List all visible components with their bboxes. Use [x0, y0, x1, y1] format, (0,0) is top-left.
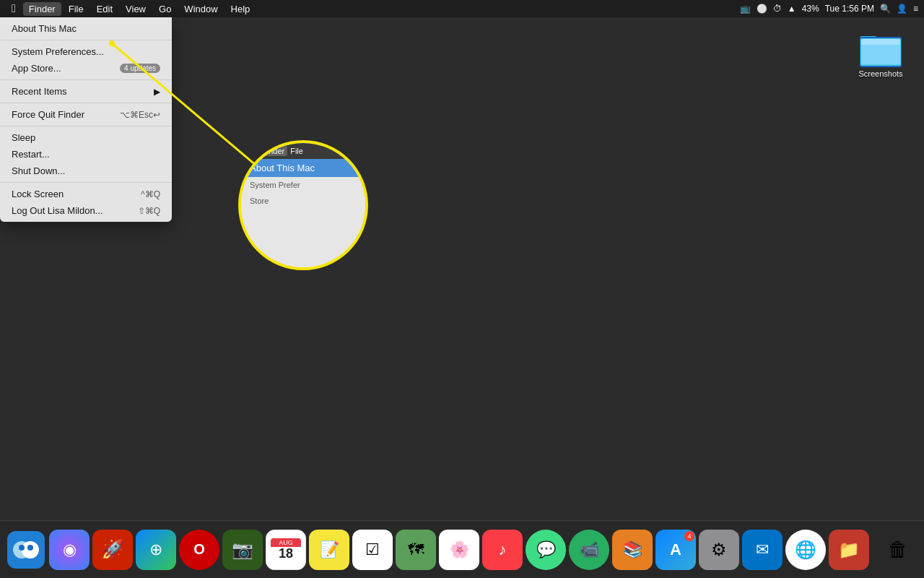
dock-calendar[interactable]: AUG 18 [266, 530, 306, 570]
menu-separator-1 [0, 40, 172, 40]
menu-about-this-mac[interactable]: About This Mac [0, 20, 172, 37]
svg-rect-4 [861, 39, 900, 45]
menubar-go[interactable]: Go [153, 2, 177, 16]
dock-system-preferences[interactable]: ⚙ [699, 530, 739, 570]
dock-reminders[interactable]: ☑ [352, 530, 393, 570]
dock-appstore[interactable]: A 4 [655, 530, 696, 570]
dock-photos[interactable]: 🌸 [439, 530, 479, 570]
airplay-icon[interactable]: 📺 [740, 4, 751, 14]
search-icon[interactable]: 🔍 [880, 4, 891, 14]
lock-screen-label: Lock Screen [12, 189, 64, 199]
zoom-apple-menu-part: About This Mac System Prefer Store [241, 159, 365, 267]
menu-lock-screen[interactable]: Lock Screen ^⌘Q [0, 186, 172, 202]
dock-finder[interactable] [6, 530, 46, 570]
app-store-badge: 4 updates [120, 64, 160, 73]
menu-force-quit[interactable]: Force Quit Finder ⌥⌘Esc↩ [0, 106, 172, 123]
dock-messages[interactable]: 💬 [526, 530, 566, 570]
dock: ◉ 🚀 ⊕ O 📷 AUG 18 📝 ☑ 🗺 🌸 ♪ 💬 [0, 520, 924, 578]
dock-safari[interactable]: ⊕ [136, 530, 176, 570]
dock-notes[interactable]: 📝 [309, 530, 349, 570]
zoom-system-prefer: System Prefer [241, 177, 365, 193]
zoom-magnification-circle: 🍎 Finder File About This Mac System Pref… [238, 140, 368, 270]
zoom-finder-label: Finder [259, 146, 287, 156]
dock-launchpad[interactable]: 🚀 [92, 530, 133, 570]
menubar-file[interactable]: File [63, 2, 90, 16]
menubar-finder[interactable]: Finder [23, 2, 61, 16]
clock: Tue 1:56 PM [825, 4, 874, 14]
zoom-store: Store [241, 193, 365, 209]
menubar-edit[interactable]: Edit [91, 2, 118, 16]
menu-app-store[interactable]: App Store... 4 updates [0, 60, 172, 77]
menubar-right: 📺 ⚪ ⏱ ▲ 43% Tue 1:56 PM 🔍 👤 ≡ [740, 4, 918, 14]
force-quit-shortcut: ⌥⌘Esc↩ [120, 110, 160, 120]
sleep-label: Sleep [12, 132, 35, 143]
menu-sleep[interactable]: Sleep [0, 129, 172, 146]
menubar-left:  Finder File Edit View Go Window Help [6, 2, 256, 16]
app-store-label: App Store... [12, 63, 61, 74]
dock-outlook[interactable]: ✉ [742, 530, 783, 570]
apple-menu-button[interactable]:  [6, 2, 22, 15]
menu-log-out[interactable]: Log Out Lisa Mildon... ⇧⌘Q [0, 202, 172, 219]
avatar-icon[interactable]: 👤 [897, 4, 907, 14]
menu-system-preferences[interactable]: System Preferences... [0, 43, 172, 60]
menu-separator-2 [0, 79, 172, 80]
shut-down-label: Shut Down... [12, 165, 65, 176]
menu-recent-items[interactable]: Recent Items ▶ [0, 83, 172, 100]
zoom-about-this-mac: About This Mac [241, 159, 365, 177]
zoom-content: 🍎 Finder File About This Mac System Pref… [241, 143, 365, 267]
zoom-file-label: File [290, 147, 303, 155]
menu-separator-4 [0, 126, 172, 126]
log-out-shortcut: ⇧⌘Q [138, 206, 160, 216]
recent-items-label: Recent Items [12, 86, 67, 97]
restart-label: Restart... [12, 149, 50, 160]
dock-books[interactable]: 📚 [612, 530, 653, 570]
menubar-help[interactable]: Help [225, 2, 256, 16]
battery-indicator: 43% [802, 4, 819, 14]
dock-opera[interactable]: O [179, 530, 219, 570]
timemachine-icon[interactable]: ⏱ [773, 4, 782, 14]
dock-chrome[interactable]: 🌐 [785, 530, 826, 570]
wifi-icon[interactable]: ▲ [788, 4, 796, 14]
force-quit-label: Force Quit Finder [12, 109, 84, 120]
folder-icon [860, 32, 902, 68]
menu-separator-5 [0, 182, 172, 183]
dock-maps[interactable]: 🗺 [396, 530, 436, 570]
about-this-mac-label: About This Mac [12, 23, 77, 34]
dock-photobooth[interactable]: 📷 [222, 530, 263, 570]
svg-point-12 [27, 545, 33, 551]
dock-siri[interactable]: ◉ [49, 530, 90, 570]
folder-label: Screenshots [858, 69, 902, 78]
menubar:  Finder File Edit View Go Window Help 📺… [0, 0, 924, 17]
lock-screen-shortcut: ^⌘Q [141, 189, 160, 199]
menu-separator-3 [0, 103, 172, 103]
dock-music[interactable]: ♪ [482, 530, 523, 570]
dock-trash[interactable]: 🗑 [878, 530, 918, 570]
svg-point-11 [19, 545, 25, 551]
siri-icon[interactable]: ⚪ [757, 4, 767, 14]
menu-restart[interactable]: Restart... [0, 146, 172, 163]
zoom-menubar: 🍎 Finder File [241, 143, 365, 159]
dock-red-folder[interactable]: 📁 [829, 530, 869, 570]
recent-items-arrow: ▶ [154, 87, 160, 97]
log-out-label: Log Out Lisa Mildon... [12, 205, 103, 216]
menubar-view[interactable]: View [120, 2, 152, 16]
apple-menu-dropdown: About This Mac System Preferences... App… [0, 17, 172, 222]
system-preferences-label: System Preferences... [12, 46, 104, 57]
menu-shut-down[interactable]: Shut Down... [0, 163, 172, 179]
screenshots-folder[interactable]: Screenshots [852, 32, 910, 78]
list-icon[interactable]: ≡ [913, 4, 918, 14]
dock-facetime[interactable]: 📹 [569, 530, 609, 570]
menubar-window[interactable]: Window [178, 2, 223, 16]
